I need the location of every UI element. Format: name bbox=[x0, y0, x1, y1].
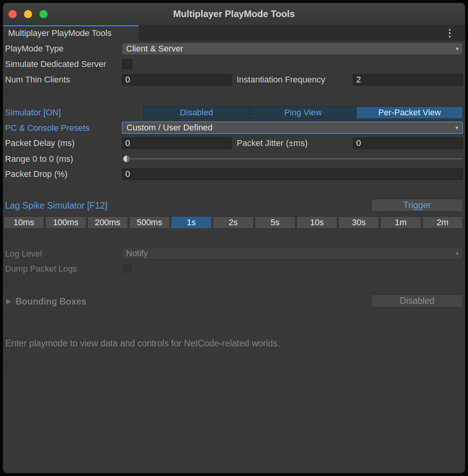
packet-drop-label: Packet Drop (%) bbox=[5, 168, 67, 180]
simulator-mode-disabled[interactable]: Disabled bbox=[143, 107, 249, 118]
dump-packet-logs-label: Dump Packet Logs bbox=[5, 263, 77, 275]
dump-packet-logs-checkbox[interactable] bbox=[122, 264, 132, 274]
trigger-button[interactable]: Trigger bbox=[371, 199, 463, 212]
kebab-menu-icon[interactable]: ⋮ bbox=[445, 25, 455, 41]
divider bbox=[3, 368, 465, 368]
lag-duration-1m[interactable]: 1m bbox=[380, 216, 421, 229]
chevron-down-icon: ▾ bbox=[455, 124, 458, 131]
playmode-type-value: Client & Server bbox=[126, 44, 183, 54]
tab-strip: Multiplayer PlayMode Tools ⋮ bbox=[3, 25, 465, 41]
chevron-down-icon: ▾ bbox=[456, 250, 459, 257]
lag-duration-row: 10ms 100ms 200ms 500ms 1s 2s 5s 10s 30s … bbox=[3, 216, 463, 229]
bounding-boxes-state-button[interactable]: Disabled bbox=[371, 295, 463, 307]
window-title: Multiplayer PlayMode Tools bbox=[3, 3, 465, 25]
packet-delay-label: Packet Delay (ms) bbox=[5, 137, 75, 149]
log-level-value: Notify bbox=[126, 248, 148, 259]
lag-duration-30s[interactable]: 30s bbox=[338, 216, 379, 229]
presets-value: Custom / User Defined bbox=[126, 123, 213, 133]
presets-label: PC & Console Presets bbox=[5, 122, 90, 134]
title-bar[interactable]: Multiplayer PlayMode Tools bbox=[3, 3, 465, 25]
range-slider-track[interactable] bbox=[122, 158, 463, 159]
divider bbox=[3, 95, 465, 95]
playmode-tools-window: Multiplayer PlayMode Tools Multiplayer P… bbox=[3, 3, 465, 473]
range-label: Range 0 to 0 (ms) bbox=[5, 153, 73, 165]
playmode-type-label: PlayMode Type bbox=[5, 43, 63, 55]
divider bbox=[3, 312, 465, 313]
simulator-view-toggle: Disabled Ping View Per-Packet View bbox=[143, 106, 463, 119]
simulate-dedicated-server-label: Simulate Dedicated Server bbox=[5, 58, 106, 70]
playmode-help-text: Enter playmode to view data and controls… bbox=[5, 337, 280, 349]
presets-dropdown[interactable]: Custom / User Defined ▾ bbox=[122, 122, 463, 134]
playmode-type-dropdown[interactable]: Client & Server ▾ bbox=[122, 43, 463, 55]
chevron-down-icon: ▾ bbox=[456, 45, 459, 52]
instantiation-frequency-label: Instantiation Frequency bbox=[237, 74, 325, 86]
lag-duration-5s[interactable]: 5s bbox=[255, 216, 295, 229]
simulator-mode-ping-view[interactable]: Ping View bbox=[249, 107, 356, 118]
lag-duration-100ms[interactable]: 100ms bbox=[45, 216, 86, 229]
lag-duration-500ms[interactable]: 500ms bbox=[129, 216, 170, 229]
bounding-boxes-title[interactable]: Bounding Boxes bbox=[15, 296, 86, 307]
lag-duration-2m[interactable]: 2m bbox=[422, 216, 463, 229]
lag-duration-1s[interactable]: 1s bbox=[171, 216, 212, 229]
packet-delay-input[interactable]: 0 bbox=[122, 137, 232, 149]
simulator-mode-per-packet-view[interactable]: Per-Packet View bbox=[356, 107, 463, 118]
log-level-label: Log Level bbox=[5, 248, 42, 260]
lag-duration-10ms[interactable]: 10ms bbox=[3, 216, 44, 229]
lag-spike-section-title: Lag Spike Simulator [F12] bbox=[5, 200, 108, 211]
range-slider-thumb[interactable] bbox=[123, 155, 130, 163]
divider bbox=[3, 188, 465, 189]
log-level-dropdown[interactable]: Notify ▾ bbox=[122, 247, 463, 260]
packet-jitter-label: Packet Jitter (±ms) bbox=[237, 137, 307, 149]
tab-multiplayer-playmode-tools[interactable]: Multiplayer PlayMode Tools bbox=[3, 25, 138, 41]
divider bbox=[3, 283, 465, 283]
num-thin-clients-input[interactable]: 0 bbox=[122, 74, 232, 86]
lag-duration-10s[interactable]: 10s bbox=[297, 216, 337, 229]
simulate-dedicated-server-checkbox[interactable] bbox=[122, 59, 132, 69]
lag-duration-2s[interactable]: 2s bbox=[213, 216, 253, 229]
packet-drop-input[interactable]: 0 bbox=[122, 168, 463, 180]
simulator-section-title: Simulator [ON] bbox=[5, 107, 61, 118]
divider bbox=[3, 236, 465, 237]
foldout-arrow-icon[interactable]: ▶ bbox=[6, 297, 11, 305]
lag-duration-200ms[interactable]: 200ms bbox=[87, 216, 128, 229]
instantiation-frequency-input[interactable]: 2 bbox=[353, 74, 463, 86]
packet-jitter-input[interactable]: 0 bbox=[353, 137, 463, 149]
num-thin-clients-label: Num Thin Clients bbox=[5, 74, 70, 86]
